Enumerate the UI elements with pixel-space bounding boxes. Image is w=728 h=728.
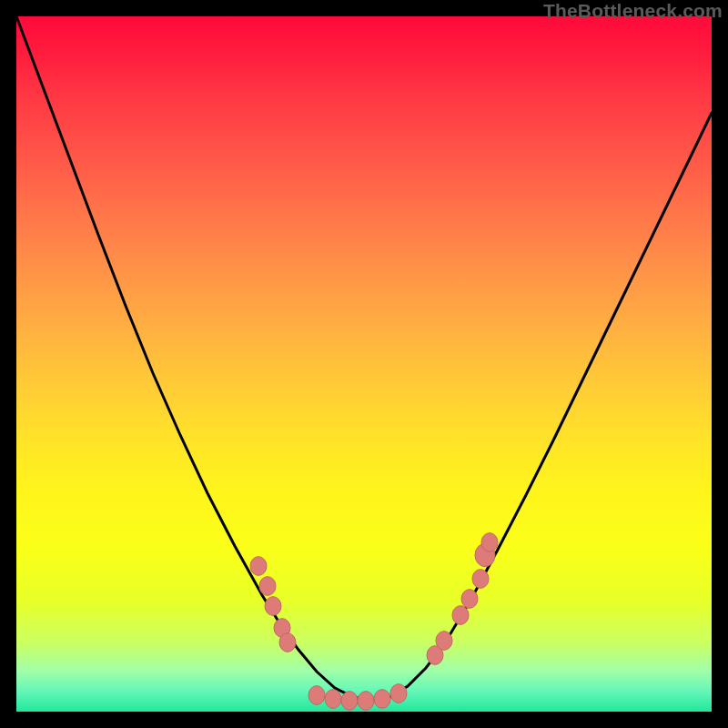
curve-marker (341, 692, 358, 711)
curve-marker (279, 633, 296, 652)
curve-marker (452, 606, 469, 625)
curve-marker (472, 570, 489, 589)
markers-group (250, 533, 498, 711)
curve-marker (436, 632, 452, 651)
curve-marker (325, 690, 341, 709)
curve-marker (358, 692, 374, 711)
curve-marker (461, 590, 478, 609)
curve-marker (250, 557, 267, 576)
curve-marker (374, 690, 390, 709)
bottleneck-curve (16, 16, 712, 701)
curve-marker (265, 597, 281, 616)
curve-marker (259, 577, 276, 596)
curve-marker (308, 686, 325, 705)
plot-area (16, 16, 712, 712)
chart-frame: TheBottleneck.com (0, 0, 728, 728)
curve-marker (481, 533, 498, 552)
watermark-text: TheBottleneck.com (543, 0, 723, 22)
curve-marker (390, 684, 407, 703)
chart-svg (16, 16, 712, 712)
